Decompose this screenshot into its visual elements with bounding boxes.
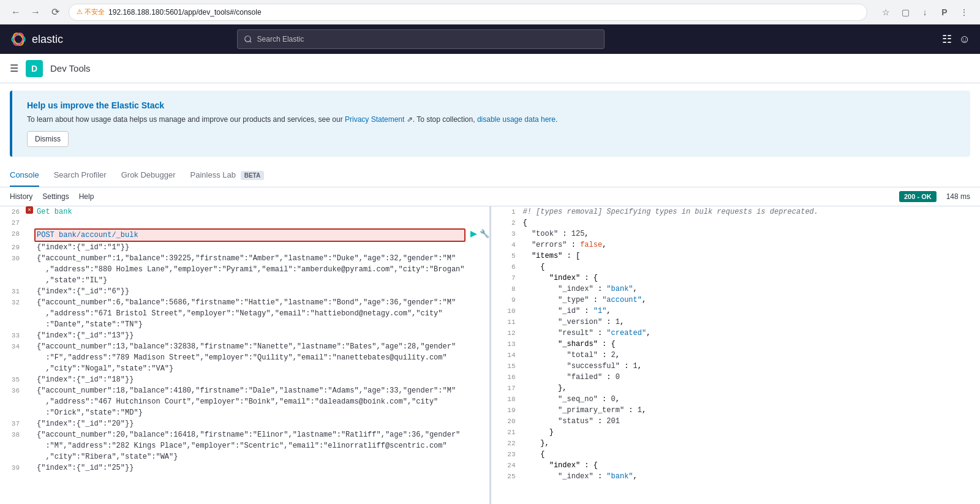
app-icon: D xyxy=(26,60,43,77)
code-line: 27 xyxy=(0,217,489,228)
output-line-content: "took" : 125, xyxy=(521,228,981,239)
settings-button[interactable]: Settings xyxy=(42,190,69,203)
line-content: {"account_number":1,"balance":39225,"fir… xyxy=(34,253,489,264)
beta-badge: BETA xyxy=(241,171,264,180)
output-line-content: { xyxy=(521,217,981,228)
elastic-logo-icon xyxy=(10,31,27,48)
output-line-content: "_version" : 1, xyxy=(521,317,981,328)
dismiss-button[interactable]: Dismiss xyxy=(27,131,69,147)
banner-heading: Help us improve the Elastic Stack xyxy=(27,100,956,110)
tab-painless-lab[interactable]: Painless Lab BETA xyxy=(190,164,265,187)
right-panel: 1#! [types removal] Specifying types in … xyxy=(491,206,981,504)
output-line-content: "index" : { xyxy=(521,460,981,471)
output-line-content: "_id" : "1", xyxy=(521,306,981,317)
output-line-number: 8 xyxy=(496,284,521,295)
output-line: 15 "successful" : 1, xyxy=(496,361,981,372)
output-line-number: 12 xyxy=(496,328,521,339)
download-button[interactable]: ↓ xyxy=(916,4,933,21)
user-icon[interactable]: ☺ xyxy=(959,33,970,46)
output-line-content: } xyxy=(521,427,981,438)
extension-button[interactable]: ▢ xyxy=(897,4,914,21)
help-button[interactable]: Help xyxy=(79,190,94,203)
output-viewer[interactable]: 1#! [types removal] Specifying types in … xyxy=(491,206,981,504)
code-line: 37{"index":{"_id":"20"}} xyxy=(0,418,489,429)
output-line-number: 24 xyxy=(496,460,521,471)
output-line: 18 "_seq_no" : 0, xyxy=(496,394,981,405)
line-actions: ▶🔧 xyxy=(470,228,489,238)
output-line-number: 3 xyxy=(496,228,521,239)
output-line-content: "total" : 2, xyxy=(521,350,981,361)
output-line: 19 "_primary_term" : 1, xyxy=(496,405,981,416)
output-line-number: 18 xyxy=(496,394,521,405)
code-line: 36{"account_number":18,"balance":4180,"f… xyxy=(0,385,489,396)
output-line-number: 15 xyxy=(496,361,521,372)
search-bar[interactable]: Search Elastic xyxy=(237,29,605,49)
privacy-link[interactable]: Privacy Statement xyxy=(345,115,404,124)
output-line: 7 "index" : { xyxy=(496,273,981,284)
line-number: 32 xyxy=(0,297,24,308)
output-line: 2{ xyxy=(496,217,981,228)
line-number: 38 xyxy=(0,429,24,440)
status-badge: 200 - OK xyxy=(899,191,937,202)
output-line: 4 "errors" : false, xyxy=(496,239,981,250)
output-line-content: #! [types removal] Specifying types in b… xyxy=(521,206,981,217)
browser-nav[interactable]: ← → ⟳ xyxy=(7,4,64,21)
wrench-button[interactable]: 🔧 xyxy=(480,229,489,238)
output-line-content: "_seq_no" : 0, xyxy=(521,394,981,405)
toolbar-right: 200 - OK 148 ms xyxy=(899,191,970,202)
line-content: {"index":{"_id":"25"}} xyxy=(34,462,489,473)
output-line: 25 "_index" : "bank", xyxy=(496,471,981,482)
output-line: 16 "failed" : 0 xyxy=(496,372,981,383)
hamburger-button[interactable]: ☰ xyxy=(10,62,18,74)
grid-icon[interactable]: ☷ xyxy=(942,32,952,46)
address-bar[interactable]: ⚠ 不安全 192.168.188.180:5601/app/dev_tools… xyxy=(69,4,867,21)
back-button[interactable]: ← xyxy=(7,4,24,21)
security-warning: ⚠ 不安全 xyxy=(77,7,105,17)
bookmark-button[interactable]: ☆ xyxy=(877,4,894,21)
disable-link[interactable]: disable usage data here xyxy=(477,115,556,124)
output-line-number: 16 xyxy=(496,372,521,383)
output-line-content: "_shards" : { xyxy=(521,339,981,350)
output-line-content: "items" : [ xyxy=(521,250,981,261)
code-line: 29{"index":{"_id":"1"}} xyxy=(0,242,489,253)
output-line: 9 "_type" : "account", xyxy=(496,295,981,306)
output-line: 11 "_version" : 1, xyxy=(496,317,981,328)
line-content: {"index":{"_id":"1"}} xyxy=(34,242,489,253)
code-editor[interactable]: 26✕Get bank2728POST bank/account/_bulk▶🔧… xyxy=(0,206,489,504)
browser-actions[interactable]: ☆ ▢ ↓ P ⋮ xyxy=(877,4,973,21)
nav-right: ☷ ☺ xyxy=(942,32,970,46)
svg-point-3 xyxy=(244,36,250,42)
output-line-content: "failed" : 0 xyxy=(521,372,981,383)
menu-button[interactable]: ⋮ xyxy=(956,4,973,21)
output-line-content: }, xyxy=(521,383,981,394)
output-line-number: 4 xyxy=(496,239,521,250)
editor-toolbar: History Settings Help 200 - OK 148 ms xyxy=(0,187,980,206)
output-line: 3 "took" : 125, xyxy=(496,228,981,239)
output-line-number: 1 xyxy=(496,206,521,217)
output-line: 8 "_index" : "bank", xyxy=(496,284,981,295)
output-line-content: "status" : 201 xyxy=(521,416,981,427)
profile-button[interactable]: P xyxy=(936,4,953,21)
svg-point-2 xyxy=(12,31,26,47)
line-number: 35 xyxy=(0,374,24,385)
output-line: 13 "_shards" : { xyxy=(496,339,981,350)
forward-button[interactable]: → xyxy=(27,4,44,21)
code-line: 39{"index":{"_id":"25"}} xyxy=(0,462,489,473)
output-line-number: 6 xyxy=(496,261,521,273)
browser-bar: ← → ⟳ ⚠ 不安全 192.168.188.180:5601/app/dev… xyxy=(0,0,980,24)
code-line: 38{"account_number":20,"balance":16418,"… xyxy=(0,429,489,440)
line-content: ,"address":"467 Hutchinson Court","emplo… xyxy=(34,396,489,407)
tab-grok-debugger[interactable]: Grok Debugger xyxy=(121,164,176,187)
line-content: :"F","address":"789 Madison Street","emp… xyxy=(34,352,489,363)
line-number: 33 xyxy=(0,330,24,341)
code-line: 31{"index":{"_id":"6"}} xyxy=(0,286,489,297)
code-line: ,"city":"Ribera","state":"WA"} xyxy=(0,451,489,462)
tab-console[interactable]: Console xyxy=(10,164,39,187)
play-button[interactable]: ▶ xyxy=(470,228,477,238)
reload-button[interactable]: ⟳ xyxy=(47,4,64,21)
info-banner: Help us improve the Elastic Stack To lea… xyxy=(10,91,970,157)
tab-search-profiler[interactable]: Search Profiler xyxy=(54,164,107,187)
url-text: 192.168.188.180:5601/app/dev_tools#/cons… xyxy=(108,8,262,17)
output-line: 17 }, xyxy=(496,383,981,394)
history-button[interactable]: History xyxy=(10,190,32,203)
